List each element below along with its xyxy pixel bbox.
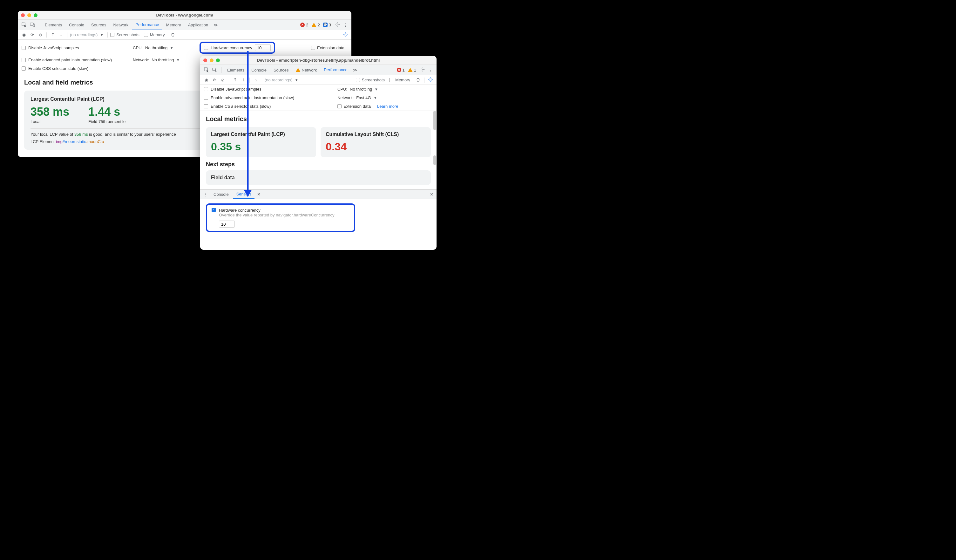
tab-elements[interactable]: Elements bbox=[42, 20, 65, 30]
upload-icon[interactable]: ⤒ bbox=[49, 32, 56, 37]
tab-console[interactable]: Console bbox=[66, 20, 87, 30]
hw-sensor-checkbox[interactable] bbox=[212, 208, 216, 212]
minimize-icon[interactable] bbox=[27, 13, 31, 17]
memory-checkbox[interactable]: Memory bbox=[144, 32, 165, 37]
clear-icon[interactable]: ⊘ bbox=[37, 32, 44, 37]
errors-count: 2 bbox=[306, 22, 308, 27]
chevron-down-icon[interactable]: ▾ bbox=[375, 87, 377, 91]
record-icon[interactable]: ◉ bbox=[203, 77, 210, 82]
more-tabs-icon[interactable]: ≫ bbox=[212, 21, 220, 28]
close-icon[interactable] bbox=[203, 58, 207, 62]
warnings-badge[interactable]: 1 bbox=[408, 68, 416, 72]
capture-settings: Disable JavaScript samples CPU: No throt… bbox=[200, 85, 437, 111]
zoom-icon[interactable] bbox=[34, 13, 38, 17]
record-icon[interactable]: ◉ bbox=[20, 32, 27, 37]
chevron-down-icon[interactable]: ▾ bbox=[177, 58, 179, 62]
tab-sources[interactable]: Sources bbox=[88, 20, 110, 30]
svg-point-9 bbox=[430, 79, 431, 80]
css-stats-checkbox[interactable] bbox=[204, 104, 208, 109]
perf-settings-icon[interactable] bbox=[342, 32, 349, 38]
screenshots-checkbox[interactable]: Screenshots bbox=[356, 77, 385, 82]
hw-checkbox[interactable] bbox=[204, 46, 208, 50]
warnings-badge[interactable]: 2 bbox=[312, 22, 320, 27]
memory-checkbox[interactable]: Memory bbox=[389, 77, 410, 82]
scrollbar[interactable] bbox=[433, 111, 436, 130]
paint-instr-label: Enable advanced paint instrumentation (s… bbox=[211, 95, 294, 100]
drawer-kebab-icon[interactable]: ⋮ bbox=[202, 192, 209, 197]
reload-icon[interactable]: ⟳ bbox=[28, 32, 36, 37]
extension-data-checkbox[interactable]: Extension data bbox=[311, 46, 344, 50]
lcp-field-label: Field 75th percentile bbox=[88, 119, 126, 124]
tab-memory[interactable]: Memory bbox=[163, 20, 184, 30]
screenshots-checkbox[interactable]: Screenshots bbox=[110, 32, 139, 37]
chevron-down-icon[interactable]: ▾ bbox=[101, 32, 103, 37]
metrics-heading: Local metrics bbox=[206, 115, 431, 123]
kebab-icon[interactable]: ⋮ bbox=[342, 22, 349, 27]
recordings-dropdown[interactable]: (no recordings) bbox=[265, 77, 292, 82]
css-stats-checkbox[interactable] bbox=[22, 66, 26, 71]
close-icon[interactable] bbox=[21, 13, 25, 17]
drawer-tab-sensors[interactable]: Sensors bbox=[233, 189, 255, 199]
clear-icon[interactable]: ⊘ bbox=[219, 77, 226, 82]
window-title: DevTools - emscripten-dbg-stories.netlif… bbox=[200, 58, 437, 63]
inspect-icon[interactable] bbox=[203, 66, 210, 74]
hw-input[interactable] bbox=[255, 44, 271, 51]
errors-badge[interactable]: ✕1 bbox=[397, 68, 405, 72]
tab-performance[interactable]: Performance bbox=[321, 65, 351, 76]
upload-icon[interactable]: ⤒ bbox=[232, 77, 239, 82]
home-icon[interactable]: ⌂ bbox=[252, 77, 259, 82]
reload-icon[interactable]: ⟳ bbox=[211, 77, 218, 82]
extension-data-checkbox[interactable]: Extension data bbox=[337, 104, 371, 109]
tab-performance[interactable]: Performance bbox=[132, 20, 162, 30]
kebab-icon[interactable]: ⋮ bbox=[427, 68, 434, 72]
perf-settings-icon[interactable] bbox=[427, 77, 434, 83]
paint-instr-checkbox[interactable] bbox=[204, 96, 208, 100]
device-icon[interactable] bbox=[28, 21, 36, 28]
learn-more-link[interactable]: Learn more bbox=[377, 104, 398, 109]
errors-badge[interactable]: ✕2 bbox=[300, 22, 308, 27]
disable-js-checkbox[interactable] bbox=[204, 87, 208, 91]
scrollbar[interactable] bbox=[433, 156, 436, 165]
cpu-select[interactable]: No throttling bbox=[350, 87, 372, 91]
tab-console[interactable]: Console bbox=[248, 65, 270, 76]
tab-network[interactable]: Network bbox=[110, 20, 132, 30]
lcp-value: 0.35 s bbox=[211, 140, 311, 153]
drawer-tabbar: ⋮ Console Sensors ✕ ✕ bbox=[200, 189, 437, 199]
close-tab-icon[interactable]: ✕ bbox=[256, 192, 262, 197]
network-select[interactable]: No throttling bbox=[151, 58, 174, 62]
perf-toolbar: ◉ ⟳ ⊘ ⤒ ⤓ (no recordings) ▾ Screenshots … bbox=[18, 30, 351, 40]
main-tabbar: Elements Console Sources Network Perform… bbox=[18, 20, 351, 30]
cpu-label: CPU: bbox=[337, 87, 347, 91]
download-icon[interactable]: ⤓ bbox=[240, 77, 247, 82]
lcp-field-value: 1.44 s bbox=[88, 105, 126, 118]
download-icon[interactable]: ⤓ bbox=[58, 32, 64, 37]
cpu-select[interactable]: No throttling bbox=[145, 46, 167, 50]
chevron-down-icon[interactable]: ▾ bbox=[296, 77, 298, 82]
tab-sources[interactable]: Sources bbox=[270, 65, 292, 76]
warnings-count: 1 bbox=[414, 68, 416, 72]
tab-network[interactable]: Network bbox=[292, 65, 320, 76]
gc-icon[interactable] bbox=[415, 77, 421, 83]
hw-sensor-desc: Override the value reported by navigator… bbox=[219, 212, 334, 217]
disable-js-checkbox[interactable] bbox=[22, 46, 26, 50]
gc-icon[interactable] bbox=[169, 32, 176, 38]
network-select[interactable]: Fast 4G bbox=[356, 95, 371, 100]
info-badge[interactable]: 💬3 bbox=[323, 22, 331, 27]
close-drawer-icon[interactable]: ✕ bbox=[429, 192, 435, 197]
inspect-icon[interactable] bbox=[20, 21, 28, 28]
gear-icon[interactable] bbox=[419, 67, 426, 73]
drawer-tab-console[interactable]: Console bbox=[210, 189, 232, 199]
tab-elements[interactable]: Elements bbox=[224, 65, 247, 76]
device-icon[interactable] bbox=[211, 66, 219, 74]
recordings-dropdown[interactable]: (no recordings) bbox=[70, 32, 97, 37]
svg-point-3 bbox=[337, 24, 338, 25]
gear-icon[interactable] bbox=[334, 22, 341, 28]
paint-instr-checkbox[interactable] bbox=[22, 58, 26, 62]
minimize-icon[interactable] bbox=[210, 58, 214, 62]
hw-sensor-input[interactable] bbox=[219, 220, 235, 228]
tab-application[interactable]: Application bbox=[185, 20, 212, 30]
zoom-icon[interactable] bbox=[216, 58, 220, 62]
more-tabs-icon[interactable]: ≫ bbox=[351, 66, 359, 74]
chevron-down-icon[interactable]: ▾ bbox=[374, 95, 376, 100]
chevron-down-icon[interactable]: ▾ bbox=[171, 46, 173, 50]
